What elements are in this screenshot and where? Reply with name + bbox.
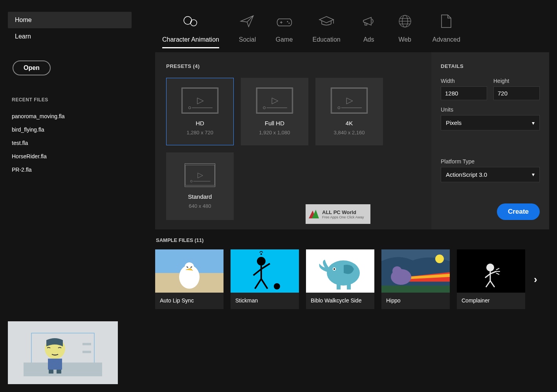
nav-learn[interactable]: Learn [8,28,132,45]
width-label: Width [441,78,487,84]
tab-label: Advanced [432,36,460,43]
tab-education[interactable]: Education [313,12,341,48]
video-thumb-icon [256,88,293,114]
svg-rect-47 [347,283,351,289]
preset-dimensions: 1,920 x 1,080 [259,130,290,136]
sample-name: Complainer [457,293,525,309]
svg-rect-52 [381,286,450,293]
platform-select[interactable]: ActionScript 3.0 ▾ [441,167,540,182]
preset-standard[interactable]: Standard 640 x 480 [166,152,234,220]
svg-rect-46 [337,283,341,289]
preset-name: HD [196,120,204,126]
sample-name: Stickman [231,293,299,309]
content-row: PRESETS (4) HD 1,280 x 720 Full HD 1,920… [155,52,549,229]
app-root: Home Learn Open RECENT FILES panoroma_mo… [0,0,557,392]
svg-point-49 [435,255,444,263]
sample-auto-lip-sync[interactable]: Auto Lip Sync [155,249,224,309]
preset-4k[interactable]: 4K 3,840 x 2,160 [315,78,383,145]
svg-rect-20 [257,88,292,113]
create-button[interactable]: Create [497,203,540,220]
details-title: DETAILS [441,63,540,69]
tab-web[interactable]: Web [397,12,413,48]
svg-rect-6 [49,370,53,374]
sample-complainer[interactable]: Complainer [457,249,525,309]
svg-point-45 [333,268,335,270]
tab-social[interactable]: Social [239,12,256,48]
recent-files-list: panoroma_moving.fla bird_flying.fla test… [8,110,132,176]
svg-rect-1 [24,363,102,376]
presets-panel: PRESETS (4) HD 1,280 x 720 Full HD 1,920… [155,52,431,229]
tab-game[interactable]: Game [276,12,293,48]
preset-hd[interactable]: HD 1,280 x 720 [166,78,234,145]
recent-file[interactable]: panoroma_moving.fla [8,110,132,123]
svg-rect-5 [48,359,62,370]
chevron-down-icon: ▾ [532,120,535,126]
svg-point-24 [338,107,340,109]
platform-label: Platform Type [441,158,540,165]
sample-thumb [231,249,299,293]
watermark-subtitle: Free Apps One Click Away [322,215,364,219]
sample-thumb [306,249,374,293]
recent-file[interactable]: test.fla [8,136,132,150]
sample-thumb [155,249,224,293]
open-button[interactable]: Open [13,60,51,75]
units-select[interactable]: Pixels ▾ [441,115,540,130]
svg-rect-17 [182,88,217,113]
preset-dimensions: 1,280 x 720 [187,130,213,136]
svg-point-9 [191,20,197,26]
recent-file[interactable]: HorseRider.fla [8,150,132,163]
tab-label: Education [313,36,341,43]
nav-home[interactable]: Home [8,12,132,28]
sample-hippo[interactable]: Hippo [381,249,450,309]
character-icon [182,12,199,31]
sample-thumb [457,249,525,293]
svg-rect-3 [82,351,91,353]
recent-file[interactable]: PR-2.fla [8,163,132,176]
sample-biblo-walkcycle[interactable]: Biblo Walkcycle Side [306,249,374,309]
svg-rect-33 [231,249,299,293]
svg-point-41 [260,253,262,255]
category-tabs: Character Animation Social Game Educatio… [155,12,549,48]
watermark-badge: ALL PC World Free Apps One Click Away [306,204,370,224]
recent-file[interactable]: bird_flying.fla [8,123,132,136]
preset-name: Full HD [265,120,284,126]
svg-rect-26 [185,165,214,185]
tab-character-animation[interactable]: Character Animation [162,12,219,48]
svg-point-54 [486,264,494,271]
height-input[interactable] [493,86,540,100]
tab-label: Social [239,36,256,43]
sample-files-title: SAMPLE FILES (11) [156,237,549,243]
height-label: Height [493,78,540,84]
main-area: Character Animation Social Game Educatio… [139,0,557,392]
document-icon [439,12,453,31]
watermark-title: ALL PC World [322,209,364,215]
svg-point-11 [288,23,289,24]
svg-rect-23 [332,88,366,113]
tab-label: Character Animation [162,36,219,43]
details-panel: DETAILS Width Height Units Pixels [431,52,549,229]
svg-rect-2 [82,343,91,345]
svg-point-21 [263,107,266,109]
samples-next-button[interactable]: › [532,273,539,286]
watermark-logo-icon [308,208,320,220]
sample-files-section: SAMPLE FILES (11) Auto Lip Sync [155,237,549,309]
sample-thumb [381,249,450,293]
tab-ads[interactable]: Ads [360,12,377,48]
units-value: Pixels [446,119,462,126]
preset-fullhd[interactable]: Full HD 1,920 x 1,080 [241,78,308,145]
video-thumb-icon [185,163,215,187]
sample-name: Hippo [381,293,450,309]
sample-stickman[interactable]: Stickman [231,249,299,309]
preset-dimensions: 3,840 x 2,160 [334,130,365,136]
graduation-cap-icon [318,12,335,31]
video-thumb-icon [331,88,368,114]
sample-name: Biblo Walkcycle Side [306,293,374,309]
recent-preview-thumbnail[interactable] [8,321,118,384]
width-input[interactable] [441,86,487,100]
tab-advanced[interactable]: Advanced [432,12,460,48]
svg-point-40 [274,283,280,289]
sample-name: Auto Lip Sync [155,293,224,309]
tab-label: Game [276,36,293,43]
globe-icon [397,12,413,31]
recent-files-label: RECENT FILES [12,97,132,103]
